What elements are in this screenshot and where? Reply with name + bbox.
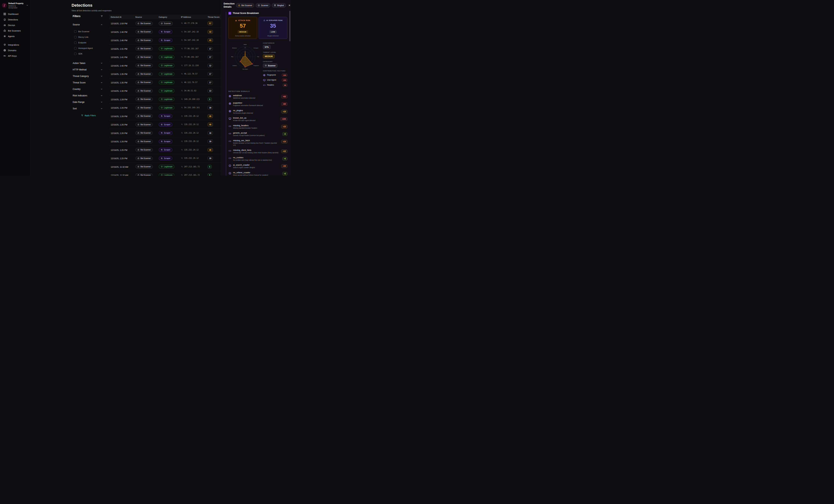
- filter-section-threat-category[interactable]: Threat Category: [73, 73, 104, 79]
- sidebar-item-integrations[interactable]: Integrations: [0, 42, 30, 48]
- source-badge: Bot Scanner: [135, 38, 153, 42]
- sidebar-item-domains[interactable]: Domains: [0, 48, 30, 53]
- threat-score-chip: 18: [208, 131, 213, 135]
- filter-section-source[interactable]: Source: [73, 22, 104, 27]
- threat-score-chip: 18: [208, 156, 213, 160]
- checkbox-label: Bot Scanner: [78, 30, 90, 32]
- filter-section-http-method[interactable]: HTTP Method: [73, 66, 104, 73]
- signal-known_bot_ua: known_bot_uaKnown bot User-Agent detecte…: [228, 115, 287, 123]
- source-label: Bot Scanner: [140, 73, 151, 75]
- sidebar-item-agents[interactable]: Agents: [0, 33, 30, 39]
- sidebar-item-bot-scanners[interactable]: Bot Scanners: [0, 28, 30, 33]
- table-row[interactable]: 12/16/25, 1:25 PMBot ScannerScraper135.2…: [109, 154, 221, 163]
- filter-section-date-range[interactable]: Date Range: [73, 99, 104, 105]
- filter-section-sort[interactable]: Sort: [73, 105, 104, 112]
- table-row[interactable]: 12/16/25, 1:35 PMBot ScannerLegitimate46…: [109, 70, 221, 78]
- table-row[interactable]: 12/16/25, 1:35 PMBot ScannerLegitimate46…: [109, 78, 221, 87]
- signal-score: +10: [281, 110, 287, 113]
- column-threat-score: Threat Score: [206, 16, 221, 18]
- filter-option-bot-scanner[interactable]: Bot Scanner: [74, 29, 104, 34]
- property-switcher[interactable]: Default Property WebDecoy Incorporated: [0, 1, 30, 11]
- filter-option-honeypot-agent[interactable]: Honeypot Agent: [74, 45, 104, 51]
- scrollbar-thumb[interactable]: [289, 11, 290, 41]
- source-badge: Bot Scanner: [135, 72, 153, 76]
- checkbox[interactable]: [74, 47, 76, 49]
- table-row[interactable]: 12/16/25, 1:28 PMBot ScannerLegitimate14…: [109, 95, 221, 104]
- search-icon: [181, 39, 183, 41]
- code-icon: [263, 84, 266, 87]
- details-badge-bot-scanner[interactable]: Bot Scanner: [236, 3, 254, 7]
- table-row[interactable]: 12/16/25, 1:26 PMBot ScannerScraper135.2…: [109, 112, 221, 121]
- table-row[interactable]: 12/16/25, 1:26 PMBot ScannerScraper135.2…: [109, 129, 221, 137]
- table-row[interactable]: 12/16/25, 1:26 PMBot ScannerScraper135.2…: [109, 137, 221, 146]
- checkbox[interactable]: [74, 30, 76, 33]
- property-name: Default Property: [8, 2, 25, 5]
- detected-at: 12/16/25, 1:35 PM: [111, 82, 127, 84]
- chevron-down-icon: [101, 69, 103, 71]
- signal-description: Chrome 89+ UA but missing Client Hints h…: [233, 152, 280, 154]
- sidebar-item-dashboard[interactable]: Dashboard: [0, 11, 30, 17]
- close-icon[interactable]: ×: [288, 4, 291, 7]
- search-icon: [181, 56, 183, 58]
- category-label: Legitimate: [164, 81, 172, 84]
- table-row[interactable]: 12/16/25, 11:32 AMBot ScannerLegitimate2…: [109, 163, 221, 171]
- filter-section-country[interactable]: Country: [73, 86, 104, 92]
- sidebar: Default Property WebDecoy Incorporated D…: [0, 0, 30, 176]
- details-badge-scanner[interactable]: Scanner: [256, 3, 270, 7]
- signal-name: webdriver: [233, 94, 280, 96]
- source-badge: Bot Scanner: [135, 123, 153, 127]
- filter-section-risk-indicators[interactable]: Risk Indicators: [73, 92, 104, 99]
- robot-icon: [238, 4, 240, 6]
- table-row[interactable]: 12/16/25, 11:32 AMBot ScannerLegitimate2…: [109, 171, 221, 176]
- filter-section-action-taken[interactable]: Action Taken: [73, 60, 104, 66]
- scanner-icon: [258, 4, 260, 6]
- table-row[interactable]: 12/16/25, 1:26 PMBot ScannerScraper135.2…: [109, 120, 221, 129]
- checkbox[interactable]: [74, 53, 76, 55]
- filter-section-threat-score[interactable]: Threat Score: [73, 79, 104, 86]
- checkbox[interactable]: [74, 42, 76, 44]
- source-label: Bot Scanner: [140, 65, 151, 67]
- search-icon: [181, 115, 183, 117]
- category-badge: Legitimate: [159, 97, 174, 101]
- checkbox[interactable]: [74, 36, 76, 38]
- table-row[interactable]: 12/16/25, 1:25 PMBot ScannerScraper135.2…: [109, 146, 221, 154]
- filter-option-endpoint[interactable]: Endpoint: [74, 40, 104, 45]
- filters-panel: Filters Source Bot ScannerDecoy LinkEndp…: [73, 15, 104, 176]
- table-row[interactable]: 12/16/25, 1:41 PMBot ScannerLegitimate77…: [109, 53, 221, 62]
- table-header: Detected At Source Category IP Address T…: [109, 15, 221, 19]
- source-badge: Bot Scanner: [135, 22, 153, 25]
- table-row[interactable]: 12/16/25, 1:41 PMBot ScannerLegitimate77…: [109, 45, 221, 53]
- table-row[interactable]: 12/16/25, 1:46 PMBot ScannerScraper54.18…: [109, 28, 221, 36]
- sidebar-item-api-keys[interactable]: API Keys: [0, 53, 30, 59]
- sidebar-item-decoys[interactable]: Decoys: [0, 22, 30, 28]
- table-row[interactable]: 12/16/25, 1:26 PMBot ScannerLegitimate54…: [109, 104, 221, 112]
- dashboard-icon: [3, 13, 6, 15]
- table-row[interactable]: 12/16/25, 1:59 PMBot ScannerScanner40.77…: [109, 19, 221, 28]
- category-value: Scanner: [268, 65, 276, 67]
- category-badge: Scraper: [159, 156, 172, 160]
- detected-at: 12/16/25, 1:26 PM: [111, 123, 127, 126]
- signal-score: +5: [282, 172, 287, 176]
- globe-icon: [3, 49, 6, 52]
- search-icon: [181, 123, 183, 125]
- search-icon: [181, 81, 183, 84]
- attack-risk-label: ATTACK RISK: [238, 20, 250, 21]
- details-badge-label: Bingbot: [277, 4, 284, 6]
- confidence-label: CONFIDENCE: [263, 42, 287, 44]
- filter-option-decoy-link[interactable]: Decoy Link: [74, 34, 104, 40]
- details-badge-bingbot[interactable]: Bingbot: [272, 3, 286, 7]
- signal-name: no_plugins: [233, 109, 280, 112]
- robot-icon: [137, 149, 139, 151]
- ip-address: 46.122.70.57: [181, 73, 197, 75]
- search-icon: [181, 73, 183, 75]
- apply-filters-button[interactable]: Apply Filters: [73, 114, 104, 117]
- source-label: Bot Scanner: [140, 166, 151, 168]
- table-row[interactable]: 12/16/25, 1:46 PMBot ScannerScraper54.18…: [109, 36, 221, 45]
- details-scroll-area: Threat Score Breakdown ATTACK RISK 57 ME…: [221, 10, 291, 176]
- table-row[interactable]: 12/16/25, 1:30 PMBot ScannerLegitimate34…: [109, 87, 221, 95]
- filter-option-sdk[interactable]: SDK: [74, 51, 104, 56]
- sidebar-nav-secondary: IntegrationsDomainsAPI Keys: [0, 42, 30, 59]
- table-row[interactable]: 12/16/25, 1:40 PMBot ScannerLegitimate17…: [109, 62, 221, 70]
- sidebar-item-detections[interactable]: Detections: [0, 17, 30, 22]
- filter-lines-icon[interactable]: [101, 15, 103, 17]
